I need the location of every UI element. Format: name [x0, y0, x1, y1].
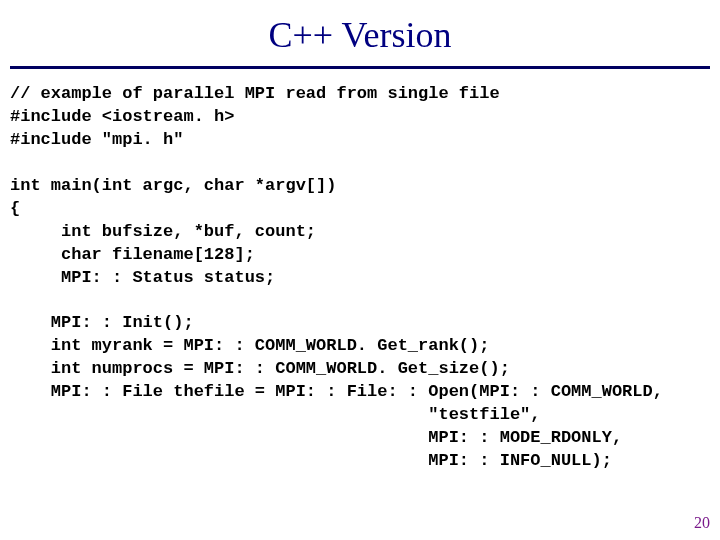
code-line: MPI: : File thefile = MPI: : File: : Ope…	[10, 382, 663, 401]
code-line: int bufsize, *buf, count;	[10, 222, 316, 241]
code-line: char filename[128];	[10, 245, 255, 264]
code-line: {	[10, 199, 20, 218]
code-line: MPI: : MODE_RDONLY,	[10, 428, 622, 447]
code-line: int numprocs = MPI: : COMM_WORLD. Get_si…	[10, 359, 510, 378]
code-line: int main(int argc, char *argv[])	[10, 176, 336, 195]
slide-title: C++ Version	[10, 14, 710, 56]
code-line: MPI: : INFO_NULL);	[10, 451, 612, 470]
title-underline	[10, 66, 710, 69]
code-line: #include "mpi. h"	[10, 130, 183, 149]
code-line: MPI: : Status status;	[10, 268, 275, 287]
code-line: // example of parallel MPI read from sin…	[10, 84, 500, 103]
slide: C++ Version // example of parallel MPI r…	[0, 0, 720, 540]
page-number: 20	[694, 514, 710, 532]
code-line: int myrank = MPI: : COMM_WORLD. Get_rank…	[10, 336, 489, 355]
code-line: #include <iostream. h>	[10, 107, 234, 126]
code-line: MPI: : Init();	[10, 313, 194, 332]
code-line: "testfile",	[10, 405, 541, 424]
code-block: // example of parallel MPI read from sin…	[10, 83, 710, 473]
